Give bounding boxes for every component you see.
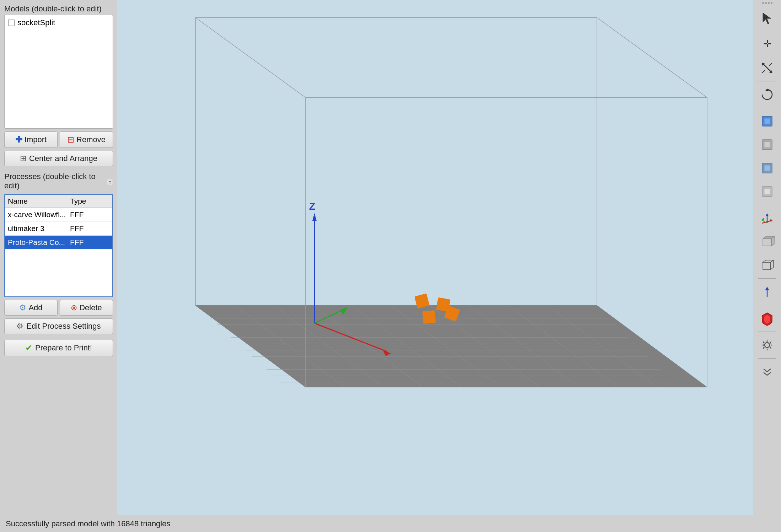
prepare-label: Prepare to Print! <box>35 343 92 353</box>
svg-marker-77 <box>765 287 769 290</box>
prepare-print-button[interactable]: ✔ Prepare to Print! <box>4 340 113 356</box>
svg-marker-73 <box>771 260 774 269</box>
remove-icon: ⊟ <box>67 135 74 145</box>
view-front-button[interactable] <box>756 134 778 156</box>
toolbar-grip-top <box>762 2 772 4</box>
models-section-label: Models (double-click to edit) <box>4 4 113 14</box>
model-name: socketSplit <box>17 18 55 27</box>
viewport[interactable]: Z <box>117 0 753 515</box>
printer-settings-button[interactable] <box>756 307 778 329</box>
process-type-0: FFF <box>70 210 109 219</box>
svg-rect-57 <box>764 165 770 171</box>
move-tool-button[interactable]: ✛ <box>756 33 778 55</box>
arrange-icon: ⊞ <box>20 154 26 163</box>
add-icon: ⚙ <box>19 303 26 312</box>
add-button[interactable]: ⚙ Add <box>4 300 58 316</box>
delete-button[interactable]: ⊗ Delete <box>60 300 113 316</box>
status-bar: Successfully parsed model with 16848 tri… <box>0 515 781 532</box>
printer-settings-icon <box>759 311 775 326</box>
edit-process-icon: ⚙ <box>16 322 23 331</box>
svg-point-78 <box>765 343 770 348</box>
process-row-0[interactable]: x-carve Willowfl... FFF <box>5 208 112 222</box>
scale-icon <box>759 60 775 76</box>
expand-button[interactable] <box>756 361 778 383</box>
move-icon: ✛ <box>759 37 775 52</box>
axes-icon <box>759 210 775 226</box>
center-arrange-button[interactable]: ⊞ Center and Arrange <box>4 151 113 166</box>
svg-text:✛: ✛ <box>763 38 771 49</box>
process-type-1: FFF <box>70 224 109 233</box>
edit-process-button[interactable]: ⚙ Edit Process Settings <box>4 318 113 334</box>
pointer-icon <box>759 10 775 26</box>
svg-marker-65 <box>761 218 764 221</box>
toolbar-divider-1 <box>758 31 776 31</box>
settings-button[interactable] <box>756 334 778 356</box>
process-row-1[interactable]: ultimaker 3 FFF <box>5 222 112 236</box>
process-type-2: FFF <box>70 238 109 247</box>
view-wireframe-icon <box>759 257 775 273</box>
view-side-button[interactable] <box>756 157 778 179</box>
main-area: Models (double-click to edit) socketSpli… <box>0 0 781 515</box>
svg-line-31 <box>195 18 306 98</box>
svg-rect-43 <box>422 310 436 324</box>
toolbar-divider-7 <box>758 332 776 332</box>
col-header-type: Type <box>70 197 109 205</box>
add-label: Add <box>28 303 42 312</box>
edit-process-label: Edit Process Settings <box>26 322 101 331</box>
move-up-button[interactable] <box>756 281 778 303</box>
import-button[interactable]: ✚ Import <box>4 131 58 148</box>
view-side-icon <box>759 160 775 176</box>
view-top-button[interactable] <box>756 110 778 132</box>
svg-line-49 <box>769 63 772 66</box>
model-checkbox[interactable] <box>8 20 15 26</box>
table-header: Name Type <box>5 195 112 208</box>
expand-down-icon <box>759 364 775 380</box>
svg-line-30 <box>597 18 707 98</box>
toolbar-divider-4 <box>758 205 776 205</box>
view-top-icon <box>759 113 775 129</box>
svg-text:Z: Z <box>309 201 315 212</box>
processes-table: Name Type x-carve Willowfl... FFF ultima… <box>4 194 113 297</box>
toolbar-divider-3 <box>758 108 776 108</box>
prepare-icon: ✔ <box>25 343 32 353</box>
view-perspective-button[interactable] <box>756 231 778 253</box>
right-toolbar: ✛ <box>753 0 781 515</box>
toolbar-divider-6 <box>758 305 776 305</box>
models-section: Models (double-click to edit) socketSpli… <box>4 4 113 129</box>
svg-marker-63 <box>770 219 773 222</box>
delete-label: Delete <box>79 303 102 312</box>
3d-scene: Z <box>117 0 753 515</box>
process-name-2: Proto-Pasta Co... <box>8 238 70 247</box>
status-message: Successfully parsed model with 16848 tri… <box>6 519 170 528</box>
scale-tool-button[interactable] <box>756 57 778 79</box>
toolbar-divider-5 <box>758 278 776 279</box>
process-row-2[interactable]: Proto-Pasta Co... FFF <box>5 236 112 249</box>
view-perspective-icon <box>759 234 775 249</box>
collapse-button[interactable]: ○ <box>107 179 113 185</box>
svg-rect-55 <box>764 142 770 147</box>
toolbar-divider-2 <box>758 81 776 81</box>
svg-marker-61 <box>766 213 769 216</box>
model-item[interactable]: socketSplit <box>5 15 113 30</box>
svg-rect-71 <box>763 262 771 269</box>
svg-line-75 <box>763 260 766 262</box>
svg-rect-59 <box>764 189 770 194</box>
svg-rect-53 <box>764 118 770 124</box>
view-back-button[interactable] <box>756 181 778 203</box>
svg-line-50 <box>762 70 765 73</box>
view-wireframe-button[interactable] <box>756 254 778 276</box>
svg-marker-35 <box>312 213 317 221</box>
remove-label: Remove <box>76 135 106 144</box>
import-icon: ✚ <box>15 135 22 145</box>
add-delete-row: ⚙ Add ⊗ Delete <box>4 300 113 316</box>
svg-rect-66 <box>763 239 771 246</box>
col-header-name: Name <box>8 197 70 205</box>
settings-icon <box>759 337 775 353</box>
axes-button[interactable] <box>756 207 778 229</box>
select-tool-button[interactable] <box>756 7 778 29</box>
view-front-icon <box>759 137 775 152</box>
processes-section: Processes (double-click to edit) ○ Name … <box>4 172 113 297</box>
remove-button[interactable]: ⊟ Remove <box>60 131 113 148</box>
toolbar-divider-8 <box>758 358 776 359</box>
rotate-tool-button[interactable] <box>756 84 778 106</box>
